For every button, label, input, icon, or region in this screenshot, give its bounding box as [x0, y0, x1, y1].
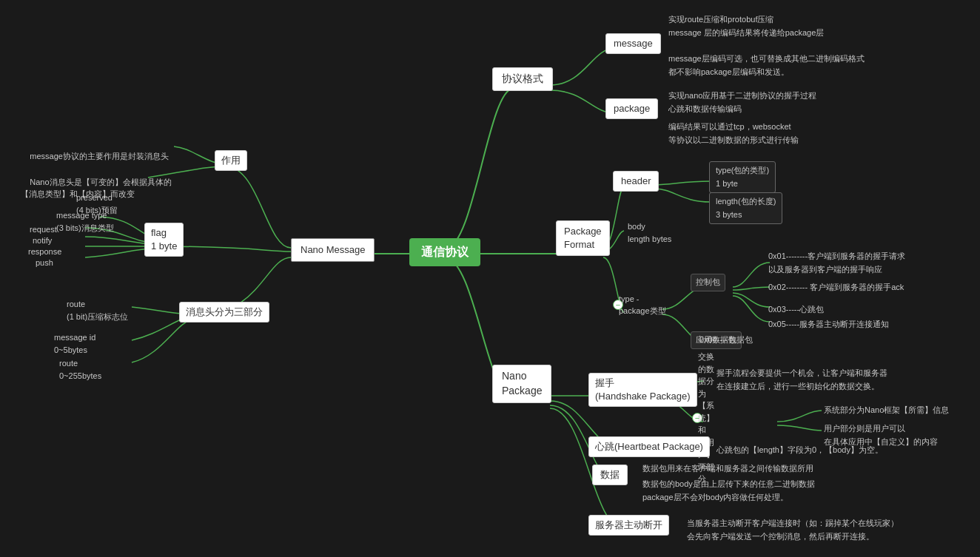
app-data-value-node: 0x04----数据包 [694, 332, 759, 348]
zuoyong-node: 作用 [215, 150, 247, 171]
mindmap-lines [0, 0, 980, 557]
type-header-node: type(包的类型)1 byte [709, 161, 776, 193]
pkgfmt-node: PackageFormat [556, 220, 610, 256]
nano-pkg-node: NanoPackage [492, 365, 551, 402]
heartbeat-node: 心跳(Heartbeat Package) [588, 436, 710, 457]
handshake-node: 握手(Handshake Package) [588, 373, 697, 407]
server-disconnect-text: 当服务器主动断开客户端连接时（如：踢掉某个在线玩家）会先向客户端发送一个控制消息… [681, 515, 905, 545]
route-flag-node: route(1 bit)压缩标志位 [61, 296, 134, 325]
message-text1: 实现route压缩和protobuf压缩message 层的编码结果将传递给pa… [662, 11, 830, 41]
type-pkg-node: type -package类型 [613, 291, 672, 320]
body-length-node: bodylength bytes [622, 218, 677, 247]
center-node: 通信协议 [409, 238, 480, 266]
control-pkg-node: 控制包 [691, 274, 725, 291]
flag-node: flag1 byte [144, 223, 184, 257]
server-disconnect-node: 服务器主动断开 [588, 515, 669, 536]
mindmap-canvas: 通信协议 Nano Message 作用 − message协议的主要作用是封装… [0, 0, 980, 557]
handshake-text: 握手流程会要提供一个机会，让客户端和服务器在连接建立后，进行一些初始化的数据交换… [711, 365, 893, 395]
xiaoxitou-node: 消息头分为三部分 [179, 302, 269, 323]
message-text2: message层编码可选，也可替换成其他二进制编码格式都不影响package层编… [662, 50, 870, 81]
push-node: push [30, 255, 59, 271]
package-text1: 实现nano应用基于二进制协议的握手过程心跳和数据传输编码 [662, 87, 822, 118]
system-data-node: 系统部分为Nano框架【所需】信息 [818, 402, 955, 419]
package-text2: 编码结果可以通过tcp，websocket等协议以二进制数据的形式进行传输 [662, 118, 805, 149]
xieyi-node: 协议格式 [492, 67, 553, 91]
ctrl-0x03-node: 0x03-----心跳包 [762, 302, 830, 317]
heartbeat-text: 心跳包的【length】字段为0，【body】为空。 [711, 442, 889, 459]
route-sub-node: route0~255bytes [53, 355, 107, 384]
ctrl-0x01-node: 0x01--------客户端到服务器的握手请求以及服务器到客户端的握手响应 [762, 248, 911, 278]
message-xieyi-node: message [605, 33, 661, 54]
message-type-node: message type(3 bits)消息类型 [50, 207, 120, 236]
package-xieyi-node: package [605, 98, 658, 119]
length-header-node: length(包的长度)3 bytes [709, 192, 782, 224]
messageid-node: message id0~5bytes [48, 329, 101, 358]
data-node: 数据 [592, 465, 628, 485]
ctrl-0x02-node: 0x02-------- 客户端到服务器的握手ack [762, 280, 910, 295]
ctrl-0x05-node: 0x05-----服务器主动断开连接通知 [762, 317, 895, 332]
nano-message-node: Nano Message [291, 238, 375, 262]
data-text2: 数据包的body是由上层传下来的任意二进制数据package层不会对body内容… [637, 476, 821, 506]
header-node: header [613, 171, 659, 192]
